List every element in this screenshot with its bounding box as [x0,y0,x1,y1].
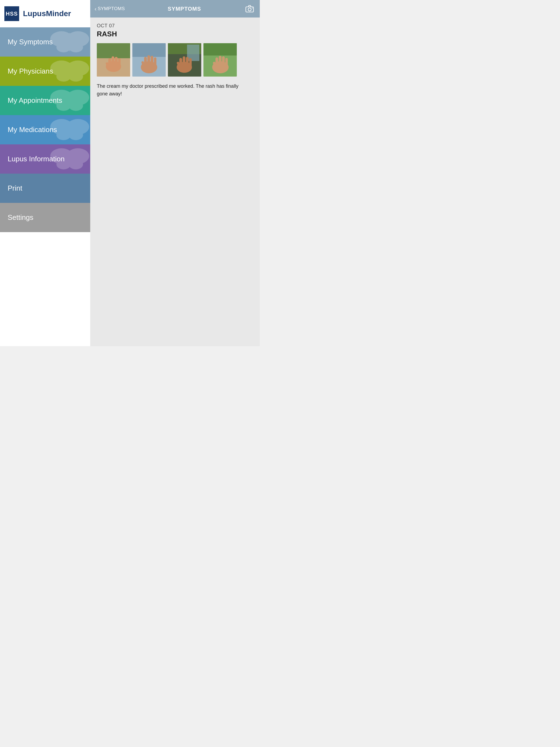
svg-point-23 [252,8,253,8]
photo-3[interactable] [168,43,201,77]
svg-rect-31 [118,58,121,68]
back-chevron-icon: ‹ [95,6,97,12]
svg-point-20 [69,159,83,170]
entry-title: RASH [97,30,253,38]
camera-button[interactable] [244,3,255,15]
svg-point-7 [56,71,71,82]
svg-point-8 [69,71,83,82]
sidebar-item-symptoms-label: My Symptoms [8,38,53,46]
sidebar-item-settings[interactable]: Settings [0,203,90,232]
entry-note: The cream my doctor prescribed me worked… [97,83,250,98]
photo-1[interactable] [97,43,130,77]
svg-rect-47 [186,57,189,68]
sidebar-item-lupus[interactable]: Lupus Information [0,145,90,174]
sidebar-item-print-label: Print [8,184,22,192]
svg-point-16 [69,130,83,140]
sidebar-item-medications[interactable]: My Medications [0,115,90,145]
svg-point-15 [56,130,71,140]
photos-row [97,43,253,77]
svg-rect-56 [225,58,228,68]
svg-point-2 [56,42,71,52]
photo-4[interactable] [203,43,237,77]
entry-date: OCT 07 [97,23,253,29]
app-header: HSS LupusMinder [0,0,90,27]
svg-point-12 [69,101,83,111]
sidebar-item-medications-label: My Medications [8,126,57,134]
sidebar-item-physicians-label: My Physicians [8,67,53,75]
svg-rect-29 [111,56,114,68]
content-panel: ‹ SYMPTOMS SYMPTOMS OCT 07 RASH [90,0,260,346]
svg-rect-43 [187,45,199,61]
sidebar-item-physicians[interactable]: My Physicians [0,57,90,86]
back-label: SYMPTOMS [98,6,125,11]
hss-logo: HSS [4,6,19,21]
svg-rect-48 [189,58,192,68]
nav-title: SYMPTOMS [125,6,244,12]
sidebar-item-symptoms[interactable]: My Symptoms [0,27,90,57]
svg-rect-25 [97,43,130,58]
content-navbar: ‹ SYMPTOMS SYMPTOMS [90,0,260,18]
sidebar-item-lupus-label: Lupus Information [8,155,65,163]
svg-rect-38 [151,56,153,68]
svg-rect-51 [203,43,237,55]
svg-rect-34 [132,43,166,57]
svg-rect-54 [219,56,222,68]
svg-point-22 [248,8,251,11]
sidebar-item-print[interactable]: Print [0,174,90,203]
svg-rect-37 [147,55,150,68]
back-button[interactable]: ‹ SYMPTOMS [95,6,125,12]
sidebar: HSS LupusMinder My Symptoms My Physician… [0,0,90,346]
svg-rect-55 [222,56,225,68]
content-body: OCT 07 RASH [90,18,260,346]
app-title: LupusMinder [23,9,71,18]
sidebar-item-appointments-label: My Appointments [8,96,62,105]
sidebar-item-settings-label: Settings [8,213,33,222]
svg-rect-46 [183,56,185,68]
svg-point-3 [69,42,83,52]
photo-2[interactable] [132,43,166,77]
hss-logo-text: HSS [6,11,18,17]
svg-rect-39 [154,57,156,68]
svg-rect-30 [115,57,118,68]
sidebar-item-appointments[interactable]: My Appointments [0,86,90,115]
